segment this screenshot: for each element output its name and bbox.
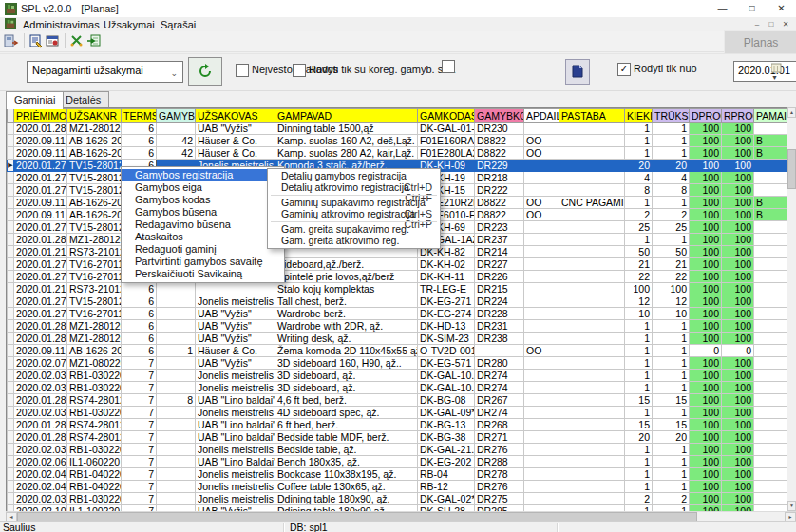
cell-termsav[interactable]: 6 xyxy=(122,345,157,357)
cell-priemimodata[interactable]: 2020.01.27 xyxy=(14,172,67,184)
cell-gamkodas[interactable]: DK-BG-38 xyxy=(418,431,475,444)
plan-card-icon[interactable] xyxy=(46,33,63,49)
cell-kiekis[interactable]: 1 xyxy=(625,444,653,456)
cell-priemimodata[interactable]: 2020.09.11 xyxy=(14,197,67,209)
cell-truksta[interactable]: 10 xyxy=(653,308,690,320)
col-header-rproc[interactable]: RPROC xyxy=(722,109,754,123)
col-header-kiekis[interactable]: KIEKIS xyxy=(625,109,653,123)
cell-gamkodas[interactable]: DK-KH-11 xyxy=(418,271,475,283)
close-button[interactable]: ✕ xyxy=(767,0,796,17)
cell-truksta[interactable]: 1 xyxy=(653,357,690,370)
cell-uzsakovas[interactable]: UAB "Vyžis" xyxy=(196,357,275,370)
table-row[interactable]: 2020.01.28RS74-28012078UAB "Lino baldai"… xyxy=(8,394,789,407)
cell-apdaila[interactable] xyxy=(524,407,559,419)
cell-gamybsav[interactable] xyxy=(157,407,196,419)
cell-gamkodas[interactable]: DK-EG-271 xyxy=(418,295,475,308)
cell-gampavad[interactable]: Dinning table 1500,ąž xyxy=(275,123,418,135)
cell-truksta[interactable]: 1 xyxy=(653,468,690,481)
cell-uzsaknr[interactable]: MZ1-280120 xyxy=(67,234,122,246)
cell-rproc[interactable]: 100 xyxy=(722,419,754,431)
cell-gamkodas[interactable]: TR-LEG-E xyxy=(418,283,475,295)
submenu-item-gaminių-atkrovimo-registracija[interactable]: Gaminių atkrovimo registracijaCtrl+P xyxy=(268,209,440,220)
cell-uzsakovas[interactable]: Jonelis meistrelis xyxy=(196,493,275,505)
cell-pamaina[interactable] xyxy=(754,258,789,271)
cell-uzsakovas[interactable]: UAB "Vyžis" xyxy=(196,123,275,135)
cell-gamybsav[interactable]: 42 xyxy=(157,135,196,147)
cell-rproc[interactable]: 100 xyxy=(722,456,754,468)
cell-uzsakovas[interactable]: Häuser & Co. xyxy=(196,147,275,160)
cell-termsav[interactable]: 7 xyxy=(122,468,157,481)
cell-gamybkodas[interactable]: D8822 xyxy=(475,197,524,209)
cell-gampavad[interactable]: Bench 180x35, ąž. xyxy=(275,456,418,468)
cell-rproc[interactable]: 100 xyxy=(722,160,754,172)
cell-uzsaknr[interactable]: TV16-270112 xyxy=(67,271,122,283)
cell-gamybkodas[interactable]: DR274 xyxy=(475,382,524,394)
cell-gamkodas[interactable]: O-TV2D-001-E xyxy=(418,345,475,357)
cell-dproc[interactable]: 100 xyxy=(690,394,722,407)
cell-uzsaknr[interactable]: AB-1626-20 xyxy=(67,197,122,209)
cell-uzsakovas[interactable]: UAB "Vyžis" xyxy=(196,320,275,332)
cell-termsav[interactable]: 7 xyxy=(122,407,157,419)
cell-priemimodata[interactable]: 2020.02.03 xyxy=(14,444,67,456)
cell-uzsakovas[interactable]: Jonelis meistrelis xyxy=(196,370,275,382)
cell-termsav[interactable]: 6 xyxy=(122,320,157,332)
cell-apdaila[interactable] xyxy=(524,357,559,370)
cell-apdaila[interactable] xyxy=(524,172,559,184)
cell-priemimodata[interactable]: 2020.01.27 xyxy=(14,308,67,320)
col-header-uzsaknr[interactable]: UŽSAKNR xyxy=(67,109,122,123)
cell-gamkodas[interactable]: DK-GAL-02* xyxy=(418,493,475,505)
cell-rproc[interactable]: 100 xyxy=(722,295,754,308)
cell-apdaila[interactable] xyxy=(524,431,559,444)
cell-pastaba[interactable] xyxy=(559,357,625,370)
cell-gamybkodas[interactable]: DR237 xyxy=(475,234,524,246)
cell-dproc[interactable]: 100 xyxy=(690,135,722,147)
cell-apdaila[interactable] xyxy=(524,271,559,283)
cell-apdaila[interactable] xyxy=(524,456,559,468)
cell-pastaba[interactable] xyxy=(559,394,625,407)
table-row[interactable]: 2020.09.11AB-1626-20642Häuser & Co.Kamp.… xyxy=(8,147,789,160)
cell-gamybkodas[interactable]: DR223 xyxy=(475,221,524,234)
cell-kiekis[interactable]: 4 xyxy=(625,172,653,184)
cell-gamkodas[interactable]: DK-GAL-01-BC xyxy=(418,123,475,135)
cell-dproc[interactable]: 100 xyxy=(690,221,722,234)
cell-termsav[interactable]: 6 xyxy=(122,295,157,308)
table-row[interactable]: 2020.01.27TV16-2701126UAB "Vyžis"Wardrob… xyxy=(8,308,789,320)
cell-kiekis[interactable]: 8 xyxy=(625,184,653,197)
cell-truksta[interactable]: 1 xyxy=(653,444,690,456)
cell-gamybsav[interactable] xyxy=(157,283,196,295)
cell-uzsaknr[interactable]: AB-1626-20 xyxy=(67,345,122,357)
exit-icon[interactable] xyxy=(4,33,21,49)
menu-uzsakymai[interactable]: Užsakymai xyxy=(98,18,161,31)
cell-pastaba[interactable] xyxy=(559,234,625,246)
cell-apdaila[interactable] xyxy=(524,160,559,172)
cell-gamkodas[interactable]: F01E160RA2-E xyxy=(418,135,475,147)
table-row[interactable]: 2020.02.03RB1-0302207Jonelis meistrelis3… xyxy=(8,382,789,394)
cell-rproc[interactable]: 100 xyxy=(722,197,754,209)
cell-termsav[interactable]: 7 xyxy=(122,357,157,370)
cell-uzsaknr[interactable]: RS73-210120 xyxy=(67,246,122,258)
cell-gamkodas[interactable]: RB-12 xyxy=(418,481,475,493)
cell-rproc[interactable]: 100 xyxy=(722,444,754,456)
cell-kiekis[interactable]: 1 xyxy=(625,234,653,246)
cell-kiekis[interactable]: 1 xyxy=(625,456,653,468)
cell-truksta[interactable]: 50 xyxy=(653,246,690,258)
cell-gampavad[interactable]: 4,6 ft bed, berž. xyxy=(275,394,418,407)
cell-uzsaknr[interactable]: RB1-030220 xyxy=(67,493,122,505)
cell-rproc[interactable]: 100 xyxy=(722,357,754,370)
table-row[interactable]: 2020.09.11AB-1626-2061Häuser & Co.Žema k… xyxy=(8,345,789,357)
cell-termsav[interactable]: 6 xyxy=(122,283,157,295)
cell-gamybkodas[interactable]: DR227 xyxy=(475,258,524,271)
cell-dproc[interactable]: 100 xyxy=(690,481,722,493)
cell-uzsakovas[interactable]: UAB "Vyžis" xyxy=(196,308,275,320)
cell-rproc[interactable]: 100 xyxy=(722,481,754,493)
cell-dproc[interactable]: 100 xyxy=(690,147,722,160)
cell-kiekis[interactable]: 25 xyxy=(625,221,653,234)
cell-uzsakovas[interactable]: Jonelis meistrelis xyxy=(196,444,275,456)
cell-truksta[interactable]: 8 xyxy=(653,184,690,197)
cell-priemimodata[interactable]: 2020.01.28 xyxy=(14,332,67,345)
table-row[interactable]: 2020.02.04RB1-0402207Jonelis meistrelisB… xyxy=(8,468,789,481)
table-row[interactable]: 2020.09.11AB-1626-20642Häuser & Co.Kamp.… xyxy=(8,135,789,147)
export-icon[interactable] xyxy=(86,33,104,49)
cell-priemimodata[interactable]: 2020.02.04 xyxy=(14,481,67,493)
cell-kiekis[interactable]: 1 xyxy=(625,147,653,160)
